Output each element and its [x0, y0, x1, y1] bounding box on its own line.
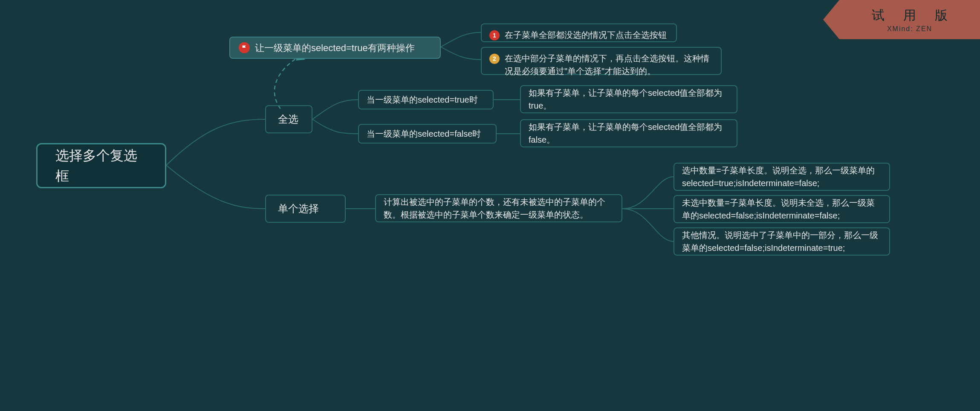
single-select-desc-label: 计算出被选中的子菜单的个数，还有未被选中的子菜单的个数。根据被选中的子菜单个数来…: [384, 195, 614, 221]
when-true-topic[interactable]: 当一级菜单的selected=true时: [358, 90, 494, 109]
when-false-child[interactable]: 如果有子菜单，让子菜单的每个selected值全部都为false。: [520, 119, 737, 147]
when-true-label: 当一级菜单的selected=true时: [367, 93, 478, 106]
case-1-label: 选中数量=子菜单长度。说明全选，那么一级菜单的selected=true;isI…: [682, 164, 882, 190]
case-3[interactable]: 其他情况。说明选中了子菜单中的一部分，那么一级菜单的selected=false…: [674, 227, 890, 256]
select-all-label: 全选: [278, 112, 298, 127]
flag-icon: [239, 42, 250, 53]
when-false-label: 当一级菜单的selected=false时: [367, 127, 481, 140]
floating-opt1-label: 在子菜单全部都没选的情况下点击全选按钮: [505, 29, 667, 41]
floating-opt1[interactable]: 1 在子菜单全部都没选的情况下点击全选按钮: [481, 23, 677, 42]
trial-watermark: 试 用 版 XMind: ZEN: [839, 0, 980, 39]
case-2-label: 未选中数量=子菜单长度。说明未全选，那么一级菜单的selected=false;…: [682, 196, 882, 222]
case-2[interactable]: 未选中数量=子菜单长度。说明未全选，那么一级菜单的selected=false;…: [674, 195, 890, 223]
when-true-child[interactable]: 如果有子菜单，让子菜单的每个selected值全部都为true。: [520, 85, 737, 113]
select-all-topic[interactable]: 全选: [265, 105, 312, 133]
when-false-topic[interactable]: 当一级菜单的selected=false时: [358, 124, 497, 144]
case-3-label: 其他情况。说明选中了子菜单中的一部分，那么一级菜单的selected=false…: [682, 229, 882, 254]
root-label: 选择多个复选框: [55, 145, 147, 186]
case-1[interactable]: 选中数量=子菜单长度。说明全选，那么一级菜单的selected=true;isI…: [674, 163, 890, 191]
when-false-child-label: 如果有子菜单，让子菜单的每个selected值全部都为false。: [529, 121, 729, 146]
floating-opt2-label: 在选中部分子菜单的情况下，再点击全选按钮。这种情况是必须要通过"单个选择"才能达…: [505, 52, 713, 78]
single-select-topic[interactable]: 单个选择: [265, 195, 346, 223]
trial-title: 试 用 版: [864, 7, 956, 24]
floating-topic[interactable]: 让一级菜单的selected=true有两种操作: [229, 37, 441, 59]
floating-opt2[interactable]: 2 在选中部分子菜单的情况下，再点击全选按钮。这种情况是必须要通过"单个选择"才…: [481, 47, 722, 75]
root-topic[interactable]: 选择多个复选框: [36, 143, 166, 188]
floating-label: 让一级菜单的selected=true有两种操作: [255, 41, 415, 55]
priority-1-icon: 1: [489, 30, 500, 40]
single-select-desc[interactable]: 计算出被选中的子菜单的个数，还有未被选中的子菜单的个数。根据被选中的子菜单个数来…: [375, 194, 622, 222]
when-true-child-label: 如果有子菜单，让子菜单的每个selected值全部都为true。: [529, 86, 729, 112]
single-select-label: 单个选择: [278, 201, 319, 216]
priority-2-icon: 2: [489, 54, 500, 64]
trial-subtitle: XMind: ZEN: [887, 25, 932, 33]
